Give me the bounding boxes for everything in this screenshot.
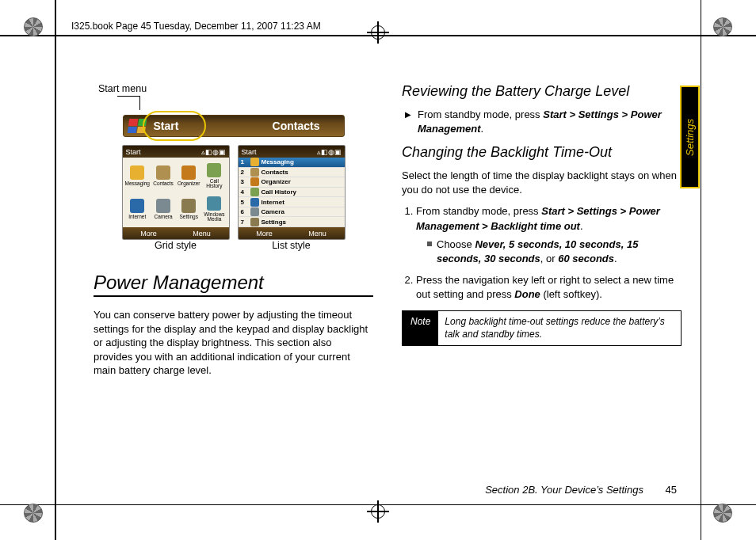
messaging-icon	[130, 165, 144, 180]
heading-rule	[94, 295, 373, 297]
app-label: Messaging	[125, 181, 150, 187]
heading-reviewing-battery: Reviewing the Battery Charge Level	[402, 83, 682, 100]
contacts-icon	[250, 168, 259, 177]
section-side-tab-label: Settings	[684, 119, 696, 156]
softkey-menu: Menu	[193, 230, 211, 238]
note-body: Long backlight time-out settings reduce …	[438, 311, 681, 345]
softkey-name: Done	[514, 288, 540, 300]
section-side-tab: Settings	[680, 86, 700, 188]
footer-section-title: Section 2B. Your Device’s Settings	[485, 484, 643, 496]
note-label: Note	[403, 311, 438, 345]
text-fragment: From standby mode, press	[416, 205, 541, 217]
grid-apps-body: Messaging Contacts Organizer Call Histor…	[123, 158, 229, 227]
print-header: I325.book Page 45 Tuesday, December 11, …	[71, 21, 321, 32]
screenshot-list-style: Start▵◧◍▣ 1Messaging 2Contacts 3Organize…	[238, 145, 346, 240]
crop-line-left	[55, 0, 56, 540]
list-item-label: Internet	[262, 199, 284, 206]
step-1: From standby mode, press Start > Setting…	[416, 204, 682, 266]
heading-power-management: Power Management	[94, 272, 373, 294]
square-bullet-icon	[427, 241, 432, 246]
app-label: Settings	[179, 215, 198, 220]
camera-icon	[156, 199, 170, 213]
backlight-intro-paragraph: Select the length of time the display ba…	[402, 169, 682, 196]
step-2: Press the navigation key left or right t…	[416, 273, 682, 303]
register-mark-bottom-left	[24, 504, 43, 523]
text-fragment: From standby mode, press	[418, 108, 543, 120]
text-fragment: .	[580, 220, 583, 232]
list-item-label: Call History	[262, 188, 296, 196]
options-list: 60 seconds	[558, 253, 614, 264]
grid-shot-title: Start	[126, 148, 141, 156]
app-label: Internet	[128, 215, 146, 220]
softkey-start-label: Start	[154, 120, 179, 132]
caption-list-style: List style	[238, 240, 346, 251]
organizer-icon	[250, 177, 259, 186]
settings-icon	[181, 199, 196, 213]
register-cross-top	[367, 21, 389, 44]
list-item-label: Settings	[262, 219, 287, 226]
screenshot-grid-style: Start▵◧◍▣ Messaging Contacts Organizer C…	[122, 145, 230, 240]
heading-changing-backlight: Changing the Backlight Time-Out	[402, 144, 682, 161]
text-fragment: , or	[540, 253, 558, 264]
step-1-sub-bullet: Choose Never, 5 seconds, 10 seconds, 15 …	[427, 238, 682, 266]
text-fragment: .	[614, 253, 617, 264]
register-cross-bottom	[367, 500, 389, 523]
text-fragment: Choose	[437, 238, 475, 250]
call-history-icon	[207, 163, 221, 177]
softkey-more: More	[140, 230, 157, 238]
softkey-contacts-label: Contacts	[273, 120, 320, 132]
triangle-bullet-icon: ▶	[405, 108, 411, 120]
softkey-more: More	[256, 230, 273, 238]
app-label: Windows Media	[202, 212, 226, 222]
contacts-icon	[156, 165, 170, 180]
call-history-icon	[250, 188, 259, 196]
settings-icon	[250, 218, 259, 226]
list-item-label: Camera	[262, 208, 284, 215]
register-mark-top-right	[713, 17, 732, 36]
messaging-icon	[250, 158, 259, 166]
softkey-bar-figure: Start Contacts	[123, 115, 345, 137]
text-fragment: (left softkey).	[540, 288, 602, 300]
list-apps-body: 1Messaging 2Contacts 3Organizer 4Call Hi…	[239, 158, 345, 227]
crop-line-right	[701, 0, 702, 540]
softkey-menu: Menu	[308, 230, 326, 238]
register-mark-top-left	[24, 17, 43, 36]
status-icons: ▵◧◍▣	[317, 148, 342, 156]
left-column: Start menu Start Contacts Start▵◧◍▣ Mess…	[94, 83, 373, 491]
organizer-icon	[181, 165, 196, 180]
windows-flag-icon	[127, 119, 147, 133]
caption-grid-style: Grid style	[122, 240, 230, 251]
start-menu-callout-line	[94, 96, 373, 112]
windows-media-icon	[207, 196, 221, 211]
app-label: Call History	[202, 179, 226, 189]
power-management-paragraph: You can conserve battery power by adjust…	[94, 308, 373, 378]
internet-icon	[130, 199, 144, 213]
register-mark-bottom-right	[713, 504, 732, 523]
page-footer: Section 2B. Your Device’s Settings 45	[0, 484, 677, 496]
app-label: Camera	[154, 215, 172, 220]
text-fragment: .	[480, 123, 483, 135]
list-item-label: Organizer	[262, 178, 291, 185]
status-icons: ▵◧◍▣	[201, 148, 226, 156]
list-item-label: Contacts	[262, 169, 288, 176]
list-shot-title: Start	[242, 148, 257, 156]
backlight-steps-list: From standby mode, press Start > Setting…	[402, 204, 682, 302]
note-box: Note Long backlight time-out settings re…	[402, 310, 682, 346]
camera-icon	[250, 207, 259, 216]
bullet-from-standby-review: ▶ From standby mode, press Start > Setti…	[405, 108, 682, 136]
list-item-label: Messaging	[262, 158, 294, 165]
app-label: Contacts	[153, 181, 174, 187]
start-menu-callout-label: Start menu	[98, 83, 373, 94]
footer-page-number: 45	[666, 484, 677, 496]
right-column: Reviewing the Battery Charge Level ▶ Fro…	[402, 83, 682, 491]
app-label: Organizer	[178, 181, 200, 187]
internet-icon	[250, 198, 259, 207]
